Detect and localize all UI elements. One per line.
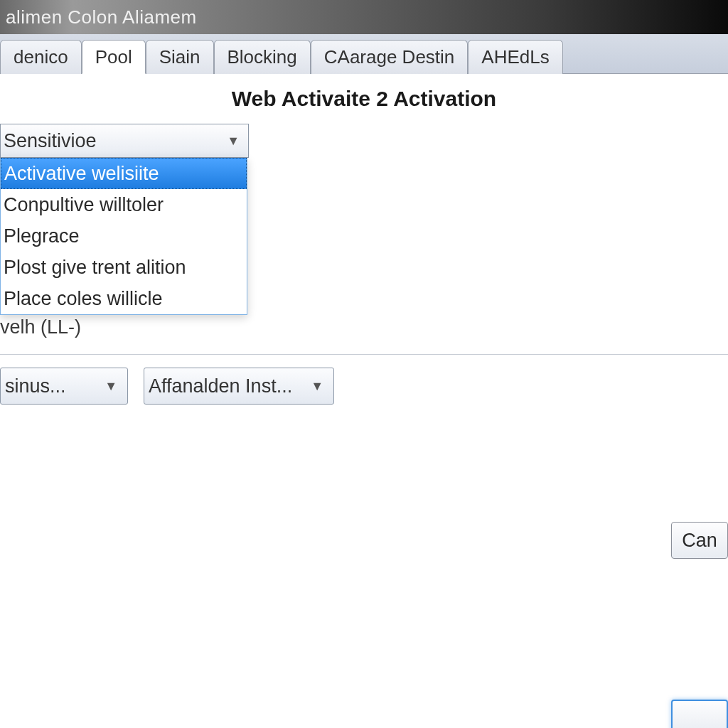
sensitivity-combo: Sensitivioe ▼ Activative welisiite Conpu…: [0, 124, 249, 315]
combo-item-conpultive-willtoler[interactable]: Conpultive willtoler: [1, 189, 247, 220]
tab-strip: denico Pool Siain Blocking CAarage Desti…: [0, 34, 728, 74]
tab-caarage-destin[interactable]: CAarage Destin: [311, 40, 469, 74]
combo-item-plost-give-trent-alition[interactable]: Plost give trent alition: [1, 252, 247, 283]
chevron-down-icon: ▼: [311, 379, 323, 394]
affanalden-combo[interactable]: Affanalden Inst... ▼: [144, 368, 334, 405]
window-title: alimen Colon Aliamem: [6, 6, 197, 28]
tab-content-pool: Web Activaite 2 Activation Sensitivioe ▼…: [0, 74, 728, 405]
combo-item-plegrace[interactable]: Plegrace: [1, 220, 247, 252]
tab-blocking[interactable]: Blocking: [214, 40, 311, 74]
velh-label: velh (LL-): [0, 316, 728, 338]
sensitivity-combo-list: Activative welisiite Conpultive willtole…: [0, 158, 247, 315]
chevron-down-icon: ▼: [227, 134, 240, 149]
chevron-down-icon: ▼: [105, 379, 117, 394]
cancel-button[interactable]: Can: [671, 522, 728, 559]
window-titlebar: alimen Colon Aliamem: [0, 0, 728, 34]
tab-denico[interactable]: denico: [0, 40, 82, 74]
page-title: Web Activaite 2 Activation: [0, 87, 728, 111]
combo-item-activative-websiite[interactable]: Activative welisiite: [1, 158, 247, 189]
sinus-combo[interactable]: sinus... ▼: [0, 368, 128, 405]
affanalden-combo-value: Affanalden Inst...: [149, 375, 292, 397]
sensitivity-combo-button[interactable]: Sensitivioe ▼: [0, 124, 249, 158]
sinus-combo-value: sinus...: [5, 375, 66, 397]
secondary-combo-row: sinus... ▼ Affanalden Inst... ▼: [0, 368, 728, 405]
divider: [0, 354, 728, 355]
tab-ahedls[interactable]: AHEdLs: [468, 40, 562, 74]
tab-siain[interactable]: Siain: [146, 40, 214, 74]
tab-pool[interactable]: Pool: [82, 40, 146, 74]
combo-item-place-coles-willicle[interactable]: Place coles willicle: [1, 283, 247, 314]
content-area: Web Activaite 2 Activation Sensitivioe ▼…: [0, 74, 728, 728]
ok-button[interactable]: [671, 700, 728, 728]
sensitivity-combo-value: Sensitivioe: [4, 130, 97, 152]
